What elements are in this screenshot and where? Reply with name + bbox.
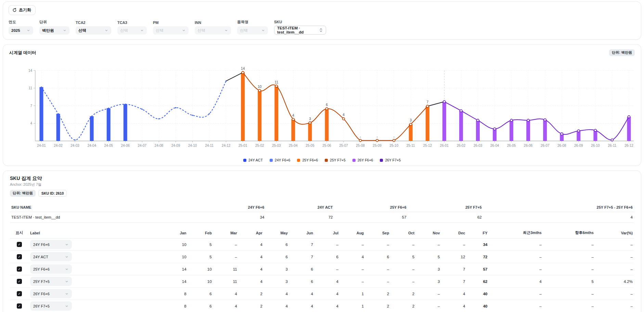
row-label-select[interactable]: 26Y F6+6 — [30, 289, 72, 298]
row-visible-checkbox[interactable]: ✓ — [17, 242, 22, 247]
month-value-cell: 6 — [289, 275, 314, 288]
svg-text:6: 6 — [326, 103, 328, 107]
month-value-cell: – — [543, 288, 595, 300]
month-value-cell: 7 — [441, 275, 466, 288]
sku-value-cell: 72 — [266, 212, 334, 223]
month-value-cell: 14 — [162, 275, 188, 288]
month-value-cell: 6 — [289, 263, 314, 275]
month-value-cell: 5 — [390, 251, 416, 263]
bar-25Y F6+6 — [241, 73, 245, 141]
legend-item-25Y F7+5: 25Y F7+5 — [325, 158, 346, 162]
bar-26Y F6+6 — [593, 130, 597, 141]
row-label-select[interactable]: 25Y F6+6 — [30, 264, 72, 274]
svg-text:14: 14 — [28, 69, 33, 73]
legend-item-24Y F6+6: 24Y F6+6 — [270, 158, 291, 162]
reset-button[interactable]: 초기화 — [9, 5, 36, 15]
month-value-cell: 4 — [289, 288, 314, 300]
svg-text:25-05: 25-05 — [306, 144, 314, 147]
month-value-cell: 10 — [188, 263, 213, 275]
row-visible-checkbox[interactable]: ✓ — [17, 303, 22, 309]
month-value-cell: 5 — [416, 251, 441, 263]
bar-25Y F6+6 — [409, 124, 413, 141]
row-label-select[interactable]: 25Y F7+5 — [30, 277, 72, 286]
svg-text:24-02: 24-02 — [54, 144, 63, 147]
row-visible-checkbox[interactable]: ✓ — [17, 254, 22, 259]
month-value-cell: 4 — [213, 300, 239, 312]
monthly-col-header: Mar — [213, 228, 239, 238]
chart-header: 시계열 데이터 단위: 백만원 — [9, 49, 635, 56]
month-value-cell: – — [595, 288, 634, 300]
monthly-row-24Y ACT: ✓24Y ACT105–467646551272––– — [10, 251, 634, 263]
row-label-select[interactable]: 24Y F6+6 — [30, 240, 72, 249]
month-value-cell: – — [489, 263, 543, 275]
legend-label: 24Y ACT — [248, 158, 263, 162]
chevron-down-icon — [65, 267, 69, 271]
combobox-SKU[interactable]: TEST-ITEM · test_item__dd — [274, 26, 326, 35]
row-visible-checkbox[interactable]: ✓ — [17, 291, 22, 296]
monthly-col-header: Dec — [441, 228, 466, 238]
filter-label: PM — [153, 21, 189, 25]
month-value-cell: 1 — [340, 288, 365, 300]
legend-item-25Y F6+6: 25Y F6+6 — [297, 158, 318, 162]
month-value-cell: 2 — [365, 288, 390, 300]
fy-cell: 62 — [466, 275, 489, 288]
month-value-cell: 14 — [162, 263, 188, 275]
month-value-cell: – — [213, 238, 239, 251]
month-value-cell: 1 — [340, 300, 365, 312]
bar-25Y F6+6 — [325, 109, 329, 141]
row-visible-checkbox[interactable]: ✓ — [17, 266, 22, 272]
legend-item-26Y F6+6: 26Y F6+6 — [352, 158, 373, 162]
filter-label: 단위 — [39, 20, 69, 25]
month-value-cell: 4 — [314, 275, 340, 288]
svg-text:4: 4 — [292, 114, 294, 117]
month-value-cell: 12 — [441, 251, 466, 263]
select-연도[interactable]: 2025 — [9, 26, 33, 35]
summary-title: SKU 집계 요약 — [10, 176, 634, 182]
monthly-col-header: 향후6mths — [543, 228, 595, 238]
select-TCA2[interactable]: 선택 — [76, 26, 111, 35]
month-value-cell: 2 — [239, 288, 264, 300]
row-visible-checkbox[interactable]: ✓ — [17, 279, 22, 284]
month-value-cell: – — [416, 300, 441, 312]
month-value-cell: – — [595, 238, 634, 251]
svg-text:25-11: 25-11 — [407, 144, 415, 147]
line-24Y F6+6 — [41, 81, 226, 140]
legend-item-26Y F7+5: 26Y F7+5 — [380, 158, 401, 162]
bar-25Y F6+6 — [291, 119, 295, 141]
month-value-cell: 11 — [213, 275, 239, 288]
month-value-cell: 6 — [188, 300, 213, 312]
legend-dot — [380, 159, 383, 162]
month-value-cell: – — [390, 263, 416, 275]
row-label-select[interactable]: 26Y F7+5 — [30, 301, 72, 311]
month-value-cell: – — [314, 238, 340, 251]
svg-text:25-03: 25-03 — [272, 144, 281, 147]
row-label-select[interactable]: 24Y ACT — [30, 252, 72, 261]
year-connector-line — [427, 102, 444, 106]
month-value-cell: 6 — [314, 251, 340, 263]
month-value-cell: 2 — [239, 300, 264, 312]
month-value-cell: 11 — [213, 263, 239, 275]
timeseries-card: 시계열 데이터 단위: 백만원 47111424-0124-0224-0324-… — [3, 44, 641, 166]
select-PM: 선택 — [153, 26, 189, 35]
line-26Y F7+5 — [444, 102, 629, 140]
svg-text:24-07: 24-07 — [138, 144, 147, 147]
month-value-cell: 3 — [416, 263, 441, 275]
selected-value: 선택 — [156, 28, 164, 33]
svg-text:24-09: 24-09 — [171, 144, 180, 147]
filter-label: 품목명 — [237, 20, 268, 25]
sku-col-header: SKU NAME — [10, 203, 195, 212]
filter-label: SKU — [274, 20, 326, 24]
bar-26Y F6+6 — [543, 120, 547, 141]
svg-text:7: 7 — [427, 100, 429, 104]
svg-text:25-04: 25-04 — [289, 144, 298, 147]
legend-dot — [325, 159, 328, 162]
svg-text:24-01: 24-01 — [37, 144, 46, 147]
month-value-cell: – — [416, 288, 441, 300]
svg-text:25-10: 25-10 — [389, 144, 398, 147]
select-단위[interactable]: 백만원 — [39, 26, 69, 35]
monthly-row-26Y F7+5: ✓26Y F7+58642444122–440––– — [10, 300, 634, 312]
svg-text:25-07: 25-07 — [339, 144, 348, 147]
month-value-cell: 4 — [314, 288, 340, 300]
svg-text:-: - — [360, 135, 361, 139]
month-value-cell: 4 — [264, 300, 289, 312]
